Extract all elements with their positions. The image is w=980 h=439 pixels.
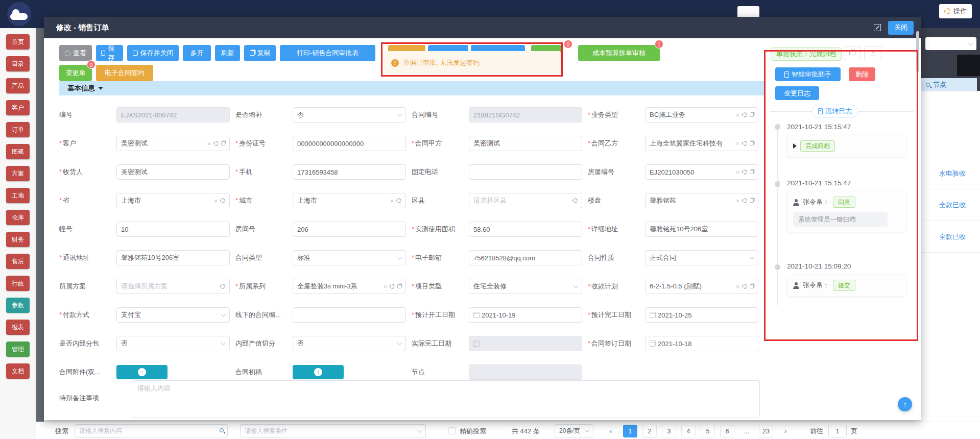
page-button-4[interactable]: 4 <box>681 425 696 437</box>
contract-attachment-upload-button[interactable]: ↑ <box>116 365 168 379</box>
sidebar-item-site[interactable]: 工地 <box>6 188 30 203</box>
clear-icon[interactable]: × <box>735 140 739 147</box>
gear-icon[interactable] <box>742 169 747 175</box>
gear-icon[interactable] <box>742 112 747 117</box>
party-a-input[interactable]: 吴密测试 <box>469 136 582 151</box>
close-button[interactable]: 关闭 <box>888 21 914 35</box>
copy-icon[interactable] <box>750 170 754 174</box>
contract-type-select[interactable]: 标准 <box>293 250 406 265</box>
gear-icon[interactable] <box>742 198 747 203</box>
sidebar-item-catalog[interactable]: 目录 <box>6 56 30 71</box>
scrollbar-thumb[interactable] <box>916 31 919 72</box>
sidebar-item-warehouse[interactable]: 仓库 <box>6 210 30 225</box>
condition-select[interactable]: 请输入搜索条件 <box>240 424 426 437</box>
expand-play-icon[interactable] <box>793 143 797 149</box>
copy-icon[interactable] <box>750 199 754 203</box>
copy-icon[interactable] <box>750 284 754 288</box>
consignee-input[interactable]: 吴密测试 <box>116 164 230 180</box>
planned-start-date-input[interactable]: 2021-10-19 <box>469 307 582 323</box>
measured-area-input[interactable]: 58.60 <box>469 222 582 237</box>
search-input[interactable] <box>75 424 228 437</box>
prev-page-button[interactable]: ‹ <box>604 425 618 437</box>
payment-plan-input[interactable]: 6-2-1.5-0.5 (别墅) × <box>645 279 758 294</box>
next-page-button[interactable]: › <box>778 425 793 437</box>
link-full-paid-2[interactable]: 全款已收 <box>939 232 966 241</box>
document-icon-button[interactable] <box>864 46 881 60</box>
copy-icon[interactable] <box>221 141 225 145</box>
sidebar-item-docs[interactable]: 文档 <box>6 363 30 379</box>
page-button-6[interactable]: 6 <box>720 425 734 437</box>
contract-nature-select[interactable]: 正式合同 <box>645 250 758 265</box>
gear-icon[interactable] <box>742 141 747 146</box>
sidebar-item-management[interactable]: 管理 <box>6 342 30 357</box>
remarks-textarea[interactable]: 请输入内容 <box>132 380 760 418</box>
node-search-row[interactable]: 节点 <box>921 78 977 91</box>
copy-icon[interactable] <box>750 113 754 117</box>
sidebar-item-params[interactable]: 参数 <box>6 298 30 313</box>
contract-sign-date-input[interactable]: 2021-10-18 <box>645 336 758 351</box>
estate-input[interactable]: 馨雅铭苑 × <box>645 193 758 208</box>
sidebar-item-home[interactable]: 首页 <box>6 34 30 50</box>
internal-subcontract-select[interactable]: 否 <box>116 336 230 351</box>
output-split-select[interactable]: 否 <box>293 336 406 351</box>
project-type-select[interactable]: 住宅全装修 <box>469 279 582 294</box>
id-card-input[interactable]: 000000000000000000 <box>293 136 406 151</box>
view-button[interactable]: 查看 <box>59 45 92 61</box>
link-hydro-acceptance[interactable]: 水电验收 <box>939 169 966 178</box>
supplement-select[interactable]: 否 <box>293 107 406 123</box>
flow-log-button[interactable]: 流转日志 <box>811 105 858 118</box>
copy-icon[interactable] <box>397 284 401 288</box>
fullscreen-icon[interactable] <box>874 24 881 31</box>
province-input[interactable]: 上海市 × <box>116 193 230 208</box>
contract-draft-upload-button[interactable]: ↑ <box>293 365 344 379</box>
change-log-button[interactable]: 变更日志 <box>775 86 819 100</box>
payment-method-select[interactable]: 支付宝 <box>116 307 230 323</box>
gear-icon[interactable] <box>220 284 225 289</box>
gear-icon[interactable] <box>390 284 395 289</box>
house-number-input[interactable]: EJ2021030050 × <box>645 164 758 180</box>
clear-icon[interactable]: × <box>213 198 218 204</box>
sidebar-item-plan[interactable]: 方案 <box>6 166 30 181</box>
sidebar-item-reports[interactable]: 报表 <box>6 320 30 335</box>
sidebar-item-aftersales[interactable]: 售后 <box>6 254 30 269</box>
building-no-input[interactable]: 10 <box>116 222 230 237</box>
copy-icon[interactable] <box>750 141 754 145</box>
party-b-input[interactable]: 上海全筑翼家住宅科技有 × <box>645 136 758 151</box>
offline-contract-no-input[interactable] <box>293 307 406 323</box>
gear-icon[interactable] <box>396 198 401 203</box>
multi-open-button[interactable]: 多开 <box>183 45 211 61</box>
copy-button[interactable]: 复制 <box>244 45 276 61</box>
city-input[interactable]: 上海市 × <box>293 193 406 208</box>
clear-icon[interactable]: × <box>735 283 739 290</box>
delete-button[interactable]: 删除 <box>849 67 875 81</box>
sidebar-item-customer[interactable]: 客户 <box>6 100 30 115</box>
clear-icon[interactable]: × <box>390 198 394 204</box>
page-button-5[interactable]: 5 <box>701 425 715 437</box>
change-order-button[interactable]: 变更单 <box>59 65 92 81</box>
goto-page-input[interactable] <box>828 425 847 437</box>
clear-icon[interactable]: × <box>207 140 211 147</box>
page-button-1[interactable]: 1 <box>623 425 637 437</box>
save-and-close-button[interactable]: 保存并关闭 <box>127 45 179 61</box>
clear-icon[interactable]: × <box>383 283 387 290</box>
gear-icon[interactable] <box>572 198 578 203</box>
plan-input[interactable]: 请选择所属方案 <box>116 279 230 294</box>
sidebar-item-finance[interactable]: 财务 <box>6 232 30 247</box>
landline-input[interactable] <box>469 164 582 180</box>
planned-finish-date-input[interactable]: 2021-10-25 <box>645 307 758 323</box>
background-select[interactable] <box>925 37 976 50</box>
exact-search-checkbox[interactable] <box>448 427 456 434</box>
action-button[interactable]: 操作 <box>939 4 972 18</box>
mobile-input[interactable]: 17316593458 <box>293 164 406 180</box>
save-button[interactable]: 保存 <box>96 45 123 61</box>
page-button-23[interactable]: 23 <box>759 425 773 437</box>
refresh-button[interactable]: 刷新 <box>215 45 240 61</box>
clear-icon[interactable]: × <box>735 198 739 204</box>
page-size-select[interactable]: 20条/页 <box>555 424 593 437</box>
clear-icon[interactable]: × <box>735 112 739 118</box>
print-contract-approval-button[interactable]: 打印-销售合同审批表 <box>280 45 375 61</box>
clear-icon[interactable]: × <box>735 169 739 176</box>
page-ellipsis[interactable]: ... <box>739 425 754 437</box>
sidebar-item-product[interactable]: 产品 <box>6 78 30 93</box>
print-icon-button[interactable] <box>844 46 861 60</box>
